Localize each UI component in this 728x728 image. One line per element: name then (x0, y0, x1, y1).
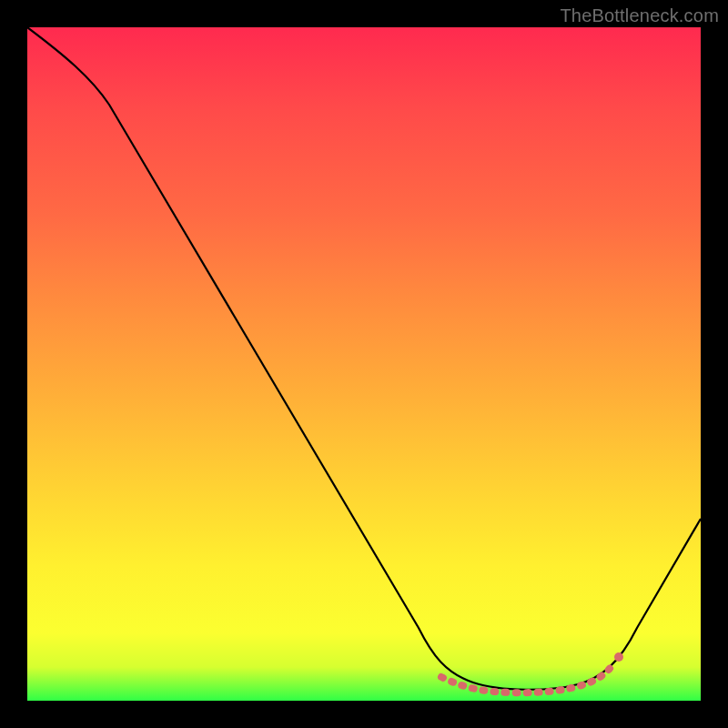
highlight-band-path (441, 664, 613, 693)
highlight-end-dot (614, 652, 623, 662)
watermark-text: TheBottleneck.com (560, 5, 719, 26)
chart-frame: TheBottleneck.com (0, 0, 728, 728)
curve-svg (27, 27, 701, 701)
plot-area (27, 27, 701, 701)
bottleneck-curve-path (27, 27, 701, 690)
